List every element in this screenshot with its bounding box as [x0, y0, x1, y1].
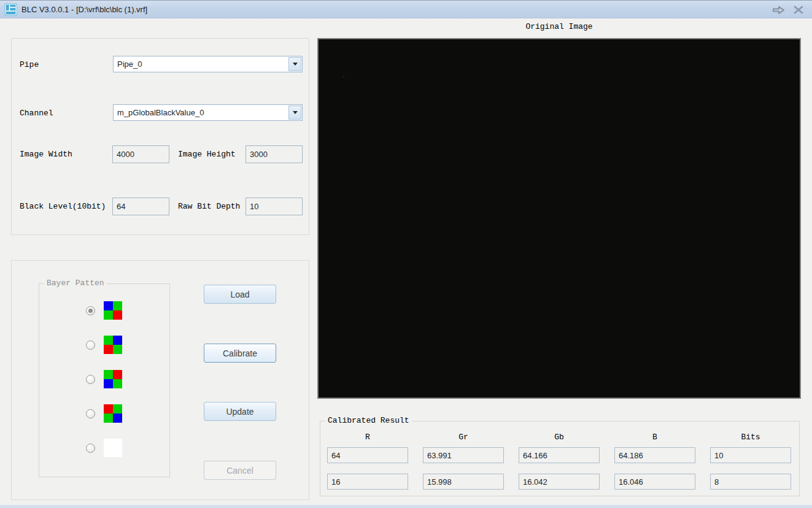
image-width-label: Image Width [20, 150, 72, 159]
bayer-cell [104, 414, 113, 423]
title-bar: BLC V3.0.0.1 - [D:\vrf\blc\blc (1).vrf] [0, 0, 812, 18]
image-width-field[interactable]: 4000 [112, 145, 169, 163]
calibrated-result-legend: Calibrated Result [325, 416, 412, 425]
bayer-swatch-mono [104, 439, 122, 457]
result-col-header-gr: Gr [423, 433, 504, 442]
bayer-radio-gbrg[interactable] [86, 341, 95, 350]
bayer-cell [113, 404, 122, 414]
image-height-field[interactable]: 3000 [246, 145, 303, 163]
bayer-cell [113, 379, 122, 388]
result-col-header-gb: Gb [519, 433, 600, 442]
bayer-radio-rggb[interactable] [86, 409, 95, 418]
result-gb-10bit-field[interactable]: 64.166 [519, 447, 600, 463]
bayer-radio-mono[interactable] [86, 444, 95, 453]
black-level-field[interactable]: 64 [112, 198, 169, 215]
result-gr-10bit-field[interactable]: 63.991 [423, 447, 504, 463]
pipe-dropdown-arrow-icon[interactable] [288, 57, 301, 71]
bayer-cell [113, 336, 122, 345]
channel-selected-value: m_pGlobalBlackValue_0 [117, 105, 204, 120]
bayer-cell [113, 310, 122, 320]
bayer-cell [113, 439, 122, 448]
channel-dropdown-arrow-icon[interactable] [288, 106, 301, 120]
pipe-select[interactable]: Pipe_0 [113, 56, 303, 72]
bayer-cell [104, 439, 113, 448]
bayer-radio-grbg[interactable] [86, 375, 95, 384]
result-bits-8bit-field[interactable]: 8 [710, 474, 791, 490]
bayer-cell [113, 414, 122, 423]
image-height-label: Image Height [178, 150, 236, 159]
bayer-cell [104, 379, 113, 388]
bayer-swatch-rggb [104, 404, 122, 423]
blc-app-window: BLC V3.0.0.1 - [D:\vrf\blc\blc (1).vrf] … [0, 0, 812, 508]
bayer-cell [113, 448, 122, 457]
black-level-label: Black Level(10bit) [20, 202, 106, 211]
window-title: BLC V3.0.0.1 - [D:\vrf\blc\blc (1).vrf] [21, 5, 147, 14]
bayer-radio-bggr[interactable] [86, 306, 95, 315]
original-image-title: Original Image [317, 22, 801, 31]
update-button[interactable]: Update [204, 402, 276, 421]
bayer-cell [104, 336, 113, 345]
result-bits-10bit-field[interactable]: 10 [710, 447, 791, 463]
app-icon [4, 3, 17, 16]
bayer-swatch-gbrg [104, 336, 122, 354]
raw-bit-depth-field[interactable]: 10 [246, 198, 303, 215]
result-gr-8bit-field[interactable]: 15.998 [423, 474, 504, 490]
raw-bit-depth-label: Raw Bit Depth [178, 202, 240, 211]
result-col-header-b: B [614, 433, 695, 442]
image-noise [343, 76, 344, 77]
channel-label: Channel [20, 109, 53, 118]
undock-arrow-button[interactable] [771, 4, 786, 16]
bayer-pattern-legend: Bayer Patten [44, 279, 107, 288]
result-gb-8bit-field[interactable]: 16.042 [519, 474, 600, 490]
bayer-cell [113, 370, 122, 379]
cancel-button: Cancel [204, 461, 276, 480]
window-frame-bottom [0, 505, 812, 508]
result-col-header-bits: Bits [710, 433, 791, 442]
result-b-8bit-field[interactable]: 16.046 [614, 474, 695, 490]
result-r-10bit-field[interactable]: 64 [327, 447, 408, 463]
bayer-cell [104, 345, 113, 354]
close-button[interactable] [791, 4, 806, 16]
bayer-cell [113, 345, 122, 354]
bayer-swatch-bggr [104, 301, 122, 320]
bayer-cell [113, 301, 122, 310]
load-button[interactable]: Load [204, 285, 276, 304]
calibrate-button[interactable]: Calibrate [204, 344, 276, 363]
bayer-cell [104, 301, 113, 310]
bayer-cell [104, 310, 113, 320]
pipe-selected-value: Pipe_0 [117, 56, 142, 72]
result-col-header-r: R [327, 433, 408, 442]
bayer-cell [104, 404, 113, 414]
bayer-cell [104, 370, 113, 379]
pipe-label: Pipe [20, 60, 39, 69]
channel-select[interactable]: m_pGlobalBlackValue_0 [113, 104, 303, 121]
bayer-swatch-grbg [104, 370, 122, 388]
original-image-view[interactable] [317, 38, 801, 399]
result-r-8bit-field[interactable]: 16 [327, 474, 408, 490]
bayer-cell [104, 448, 113, 457]
result-b-10bit-field[interactable]: 64.186 [614, 447, 695, 463]
